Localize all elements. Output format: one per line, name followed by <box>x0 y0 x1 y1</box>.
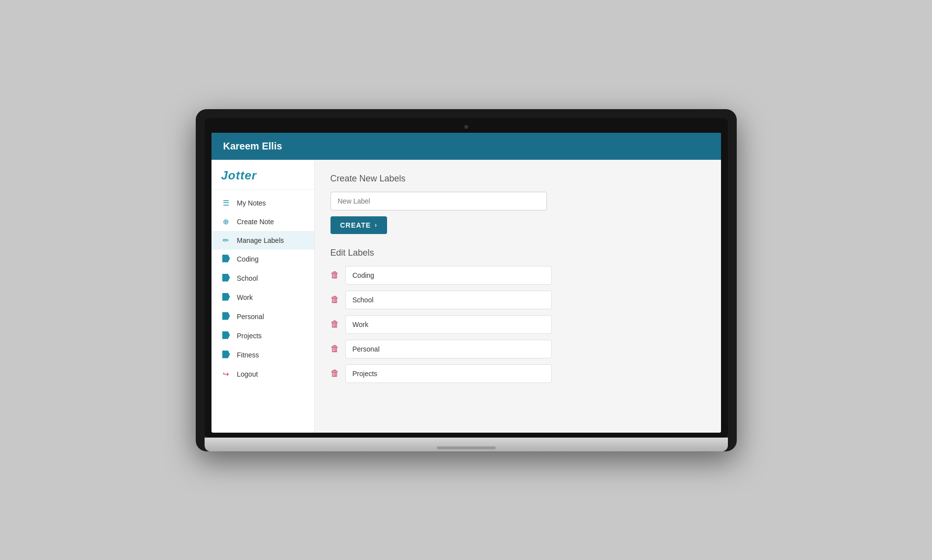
delete-icon-coding[interactable]: 🗑 <box>331 270 339 280</box>
tag-icon-school <box>221 274 231 283</box>
body-area: Jotter ☰ My Notes ⊕ Create Note <box>211 160 721 433</box>
label-input-coding[interactable] <box>345 266 552 285</box>
sidebar-label-personal: Personal <box>237 313 264 321</box>
sidebar-label-manage-labels: Manage Labels <box>237 236 284 244</box>
app-container: Kareem Ellis Jotter ☰ My Notes <box>211 133 721 433</box>
sidebar-label-my-notes: My Notes <box>237 199 266 207</box>
edit-labels-section: Edit Labels 🗑 🗑 <box>331 248 705 383</box>
create-labels-section: Create New Labels CREATE › <box>331 174 705 234</box>
logout-icon: ↪ <box>221 370 231 379</box>
sidebar-item-create-note[interactable]: ⊕ Create Note <box>211 212 314 231</box>
tag-icon-coding <box>221 255 231 264</box>
sidebar-item-work[interactable]: Work <box>211 288 314 307</box>
tag-icon-fitness <box>221 351 231 360</box>
sidebar-label-coding: Coding <box>237 255 259 263</box>
laptop-base <box>205 438 728 451</box>
create-button-label: CREATE <box>340 221 371 229</box>
logo-area: Jotter <box>211 160 314 190</box>
plus-circle-icon: ⊕ <box>221 217 231 226</box>
delete-icon-school[interactable]: 🗑 <box>331 295 339 305</box>
sidebar-item-my-notes[interactable]: ☰ My Notes <box>211 194 314 212</box>
sidebar-label-fitness: Fitness <box>237 351 259 359</box>
edit-section-title: Edit Labels <box>331 248 705 258</box>
sidebar-label-projects: Projects <box>237 332 262 340</box>
create-section-title: Create New Labels <box>331 174 705 184</box>
laptop-vent <box>437 446 496 449</box>
laptop-screen: Kareem Ellis Jotter ☰ My Notes <box>211 133 721 433</box>
new-label-input[interactable] <box>331 192 547 210</box>
sidebar-label-logout: Logout <box>237 370 258 378</box>
camera <box>464 125 468 129</box>
sidebar-item-school[interactable]: School <box>211 269 314 288</box>
screen-bezel: Kareem Ellis Jotter ☰ My Notes <box>205 118 728 438</box>
app-logo: Jotter <box>221 169 257 182</box>
label-row-work: 🗑 <box>331 315 705 334</box>
label-row-school: 🗑 <box>331 291 705 309</box>
sidebar-nav: ☰ My Notes ⊕ Create Note ✏ M <box>211 190 314 387</box>
sidebar-item-logout[interactable]: ↪ Logout <box>211 365 314 383</box>
sidebar-label-create-note: Create Note <box>237 218 274 226</box>
chevron-right-icon: › <box>375 222 377 229</box>
tag-icon-work <box>221 293 231 302</box>
delete-icon-projects[interactable]: 🗑 <box>331 368 339 379</box>
label-row-personal: 🗑 <box>331 340 705 358</box>
header-username: Kareem Ellis <box>223 141 282 151</box>
label-input-school[interactable] <box>345 291 552 309</box>
sidebar-label-work: Work <box>237 294 253 301</box>
sidebar-item-fitness[interactable]: Fitness <box>211 346 314 365</box>
create-button[interactable]: CREATE › <box>331 216 388 234</box>
delete-icon-personal[interactable]: 🗑 <box>331 344 339 354</box>
laptop-frame: Kareem Ellis Jotter ☰ My Notes <box>196 109 737 451</box>
label-row-projects: 🗑 <box>331 364 705 383</box>
main-content: Create New Labels CREATE › Edit Labels <box>315 160 721 433</box>
sidebar-label-school: School <box>237 274 258 282</box>
delete-icon-work[interactable]: 🗑 <box>331 319 339 329</box>
label-input-work[interactable] <box>345 315 552 334</box>
tag-icon-personal <box>221 312 231 322</box>
sidebar-item-coding[interactable]: Coding <box>211 250 314 269</box>
app-header: Kareem Ellis <box>211 133 721 160</box>
sidebar-item-manage-labels[interactable]: ✏ Manage Labels <box>211 231 314 250</box>
pencil-icon: ✏ <box>221 236 231 245</box>
sidebar: Jotter ☰ My Notes ⊕ Create Note <box>211 160 315 433</box>
tag-icon-projects <box>221 331 231 341</box>
menu-icon: ☰ <box>221 199 231 207</box>
sidebar-item-personal[interactable]: Personal <box>211 307 314 326</box>
sidebar-item-projects[interactable]: Projects <box>211 326 314 346</box>
label-input-projects[interactable] <box>345 364 552 383</box>
label-input-personal[interactable] <box>345 340 552 358</box>
label-row-coding: 🗑 <box>331 266 705 285</box>
